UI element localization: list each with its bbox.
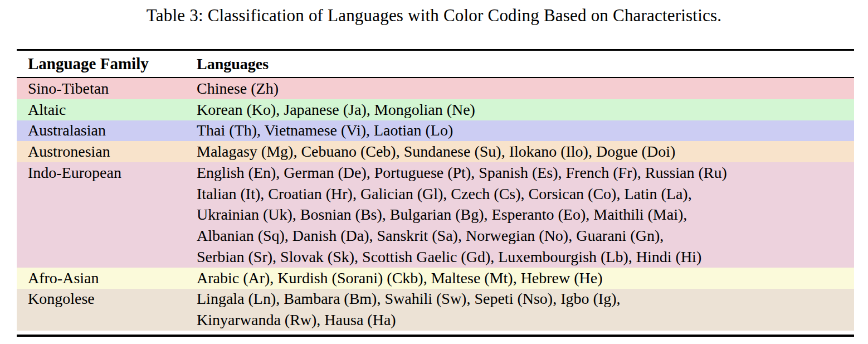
family-label: Kongolese (28, 289, 197, 310)
table-row-afro-asian: Afro-Asian Arabic (Ar), Kurdish (Sorani)… (17, 268, 854, 289)
languages-cell: Malagasy (Mg), Cebuano (Ceb), Sundanese … (197, 141, 854, 162)
languages-cell: Chinese (Zh) (197, 78, 854, 99)
family-label: Australasian (28, 120, 197, 142)
table-bottom-rule (17, 335, 854, 337)
family-label: Altaic (28, 99, 197, 120)
languages-cell: Arabic (Ar), Kurdish (Sorani) (Ckb), Mal… (197, 268, 854, 289)
languages-line: Arabic (Ar), Kurdish (Sorani) (Ckb), Mal… (197, 268, 854, 289)
family-cell: Kongolese (17, 289, 197, 331)
languages-line: Kinyarwanda (Rw), Hausa (Ha) (197, 309, 854, 331)
languages-line: Korean (Ko), Japanese (Ja), Mongolian (N… (197, 99, 854, 120)
languages-cell: Korean (Ko), Japanese (Ja), Mongolian (N… (197, 99, 854, 120)
column-header-language-family: Language Family (17, 55, 197, 73)
family-label: Indo-European (28, 162, 197, 183)
family-cell: Sino-Tibetan (17, 78, 197, 99)
languages-line: Thai (Th), Vietnamese (Vi), Laotian (Lo) (197, 120, 854, 142)
family-cell: Afro-Asian (17, 268, 197, 289)
table-caption: Table 3: Classification of Languages wit… (0, 6, 868, 26)
table-row-australasian: Australasian Thai (Th), Vietnamese (Vi),… (17, 120, 854, 142)
table-row-kongolese: Kongolese Lingala (Ln), Bambara (Bm), Sw… (17, 289, 854, 331)
languages-line: Albanian (Sq), Danish (Da), Sanskrit (Sa… (197, 225, 854, 246)
table-header-row: Language Family Languages (17, 51, 854, 77)
column-header-languages: Languages (197, 55, 854, 73)
table-row-indo-european: Indo-European English (En), German (De),… (17, 162, 854, 268)
family-label: Afro-Asian (28, 268, 197, 289)
languages-line: Serbian (Sr), Slovak (Sk), Scottish Gael… (197, 246, 854, 268)
family-label: Sino-Tibetan (28, 78, 197, 99)
table-row-austronesian: Austronesian Malagasy (Mg), Cebuano (Ceb… (17, 141, 854, 162)
languages-cell: Thai (Th), Vietnamese (Vi), Laotian (Lo) (197, 120, 854, 142)
languages-line: English (En), German (De), Portuguese (P… (197, 162, 854, 183)
languages-line: Lingala (Ln), Bambara (Bm), Swahili (Sw)… (197, 289, 854, 310)
languages-line: Ukrainian (Uk), Bosnian (Bs), Bulgarian … (197, 205, 854, 226)
family-cell: Austronesian (17, 141, 197, 162)
languages-cell: English (En), German (De), Portuguese (P… (197, 162, 854, 268)
family-cell: Indo-European (17, 162, 197, 268)
languages-line: Chinese (Zh) (197, 78, 854, 99)
languages-line: Italian (It), Croatian (Hr), Galician (G… (197, 183, 854, 205)
table-row-sino-tibetan: Sino-Tibetan Chinese (Zh) (17, 78, 854, 99)
family-cell: Australasian (17, 120, 197, 142)
table-row-altaic: Altaic Korean (Ko), Japanese (Ja), Mongo… (17, 99, 854, 120)
classification-table: Language Family Languages Sino-Tibetan C… (17, 49, 854, 337)
languages-line: Malagasy (Mg), Cebuano (Ceb), Sundanese … (197, 141, 854, 162)
family-label: Austronesian (28, 141, 197, 162)
family-cell: Altaic (17, 99, 197, 120)
languages-cell: Lingala (Ln), Bambara (Bm), Swahili (Sw)… (197, 289, 854, 331)
